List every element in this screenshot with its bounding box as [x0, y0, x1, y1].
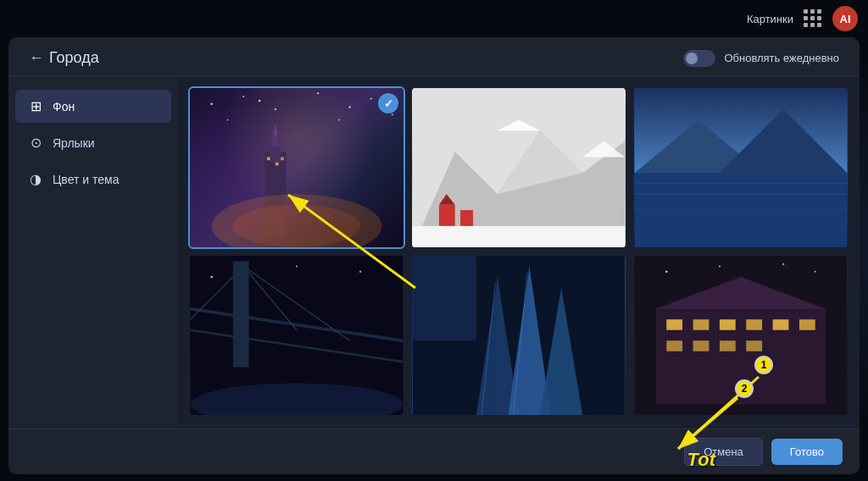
cancel-button[interactable]: Отмена: [684, 438, 763, 466]
svg-point-18: [233, 205, 360, 247]
image-cell-1[interactable]: ✓: [188, 86, 405, 249]
svg-rect-24: [439, 205, 455, 226]
svg-point-5: [370, 98, 372, 100]
daily-update-toggle[interactable]: [683, 50, 715, 67]
background-icon: ⊞: [27, 98, 44, 114]
image-thumbnail-5: [412, 256, 626, 415]
top-bar: Картинки AI: [0, 0, 868, 37]
selected-check-badge: ✓: [378, 93, 398, 113]
image-grid-wrapper[interactable]: ✓: [178, 76, 860, 428]
svg-point-9: [338, 119, 340, 121]
svg-point-2: [275, 108, 277, 111]
svg-point-4: [348, 106, 351, 108]
svg-point-3: [317, 92, 319, 94]
svg-rect-57: [666, 319, 682, 330]
sidebar: ⊞ Фон ⊙ Ярлыки ◑ Цвет и тема: [8, 76, 178, 428]
svg-point-44: [296, 266, 298, 268]
svg-point-69: [782, 263, 785, 266]
svg-rect-42: [233, 261, 249, 367]
svg-point-1: [242, 96, 244, 97]
image-thumbnail-4: [190, 256, 403, 415]
sidebar-item-label-shortcuts: Ярлыки: [53, 136, 95, 150]
content-area: ✓: [178, 76, 860, 428]
svg-rect-13: [275, 125, 277, 136]
svg-point-70: [815, 271, 816, 273]
image-thumbnail-2: [412, 88, 626, 247]
svg-rect-15: [275, 163, 279, 166]
sidebar-item-shortcuts[interactable]: ⊙ Ярлыки: [15, 126, 171, 159]
svg-rect-60: [746, 319, 762, 330]
confirm-button[interactable]: Готово: [771, 439, 843, 465]
dialog: ← Города Обновлять ежедневно ⊞ Фон ⊙ Ярл…: [8, 37, 860, 474]
svg-rect-27: [413, 226, 626, 247]
svg-rect-61: [773, 319, 789, 330]
svg-rect-62: [799, 319, 815, 330]
svg-point-8: [259, 100, 261, 102]
image-cell-4[interactable]: [188, 254, 405, 417]
dialog-header: ← Города Обновлять ежедневно: [8, 37, 860, 76]
back-arrow-icon: ←: [29, 49, 44, 67]
svg-rect-63: [666, 340, 682, 351]
image-thumbnail-1: [190, 88, 403, 247]
image-grid: ✓: [188, 86, 849, 417]
apps-icon[interactable]: [802, 8, 824, 30]
svg-point-67: [665, 271, 668, 274]
shortcuts-icon: ⊙: [27, 135, 44, 151]
svg-point-0: [210, 103, 213, 106]
back-button[interactable]: ← Города: [29, 49, 99, 67]
svg-rect-14: [267, 157, 270, 160]
sidebar-item-background[interactable]: ⊞ Фон: [15, 90, 171, 123]
sidebar-item-theme[interactable]: ◑ Цвет и тема: [15, 163, 171, 196]
theme-icon: ◑: [27, 171, 44, 187]
dialog-footer: Отмена Готово: [8, 428, 860, 474]
image-cell-2[interactable]: [410, 86, 627, 249]
toggle-label: Обновлять ежедневно: [724, 52, 839, 64]
dialog-body: ⊞ Фон ⊙ Ярлыки ◑ Цвет и тема: [8, 76, 860, 428]
svg-point-7: [227, 119, 229, 121]
image-cell-6[interactable]: [632, 254, 849, 417]
image-thumbnail-6: [634, 256, 848, 415]
svg-point-68: [719, 266, 721, 268]
dialog-title: Города: [49, 49, 99, 67]
image-thumbnail-3: [634, 88, 848, 247]
svg-rect-53: [413, 256, 476, 340]
svg-rect-16: [281, 157, 284, 160]
sidebar-item-label-theme: Цвет и тема: [53, 173, 119, 186]
svg-rect-58: [693, 319, 709, 330]
svg-rect-66: [746, 340, 762, 351]
svg-point-45: [359, 271, 362, 274]
svg-rect-59: [720, 319, 736, 330]
sidebar-item-label-background: Фон: [53, 100, 75, 113]
svg-point-43: [210, 276, 213, 279]
image-cell-5[interactable]: [410, 254, 627, 417]
svg-rect-25: [460, 210, 473, 226]
svg-rect-65: [720, 340, 736, 351]
image-cell-3[interactable]: [632, 86, 849, 249]
svg-point-6: [392, 113, 393, 115]
svg-rect-64: [693, 340, 709, 351]
top-bar-label: Картинки: [747, 13, 793, 25]
avatar[interactable]: AI: [832, 6, 858, 31]
